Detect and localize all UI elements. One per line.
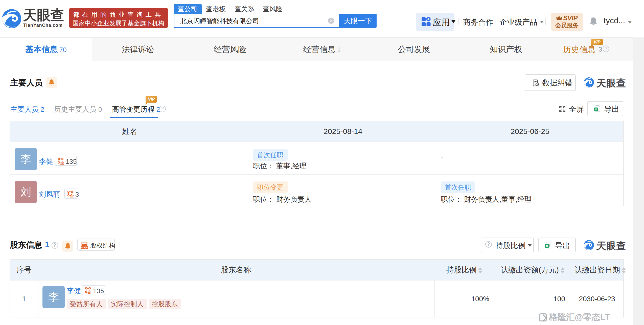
svg-text:企: 企 (60, 161, 64, 165)
svg-text:企: 企 (87, 290, 92, 294)
svg-text:企: 企 (70, 194, 74, 198)
